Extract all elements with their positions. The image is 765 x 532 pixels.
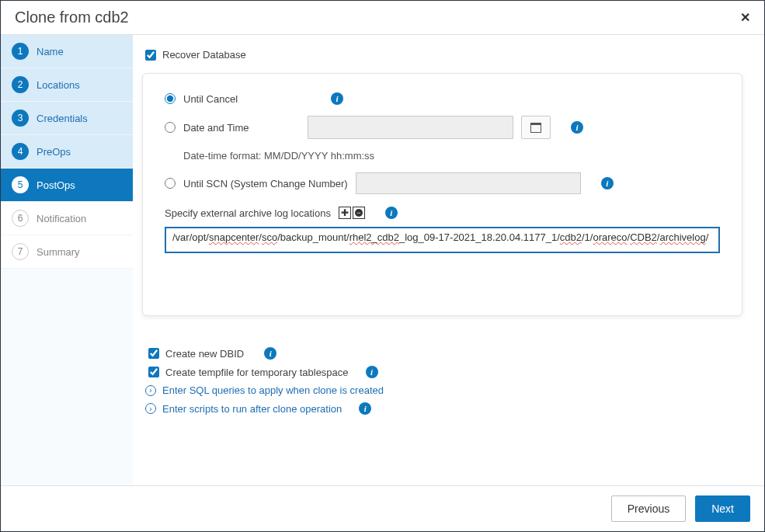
date-time-radio[interactable]: [165, 122, 176, 133]
date-time-row: Date and Time i: [165, 116, 720, 139]
until-cancel-label: Until Cancel: [183, 93, 300, 105]
scripts-link-label: Enter scripts to run after clone operati…: [162, 403, 342, 415]
info-icon[interactable]: i: [571, 121, 583, 134]
step-number: 7: [12, 243, 29, 260]
sidebar-step-notification[interactable]: 6 Notification: [1, 202, 133, 235]
info-icon[interactable]: i: [359, 402, 371, 415]
sql-queries-link-label: Enter SQL queries to apply when clone is…: [162, 384, 384, 396]
scn-input: [356, 172, 581, 194]
until-scn-row: Until SCN (System Change Number) i: [165, 172, 720, 194]
date-time-input: [308, 116, 513, 139]
step-label: Locations: [37, 79, 80, 91]
close-icon[interactable]: ✕: [740, 10, 750, 25]
calendar-button[interactable]: [521, 116, 551, 139]
remove-location-button[interactable]: −: [353, 207, 365, 219]
info-icon[interactable]: i: [601, 177, 614, 190]
step-label: Summary: [37, 246, 80, 258]
step-number: 4: [12, 143, 29, 160]
next-button[interactable]: Next: [695, 495, 750, 522]
scripts-expander[interactable]: › Enter scripts to run after clone opera…: [145, 402, 742, 415]
recover-database-label: Recover Database: [162, 49, 246, 61]
step-label: Notification: [37, 213, 86, 224]
step-number: 3: [12, 110, 29, 127]
dialog-footer: Previous Next: [1, 485, 764, 531]
dialog-body: 1 Name 2 Locations 3 Credentials 4 PreOp…: [1, 35, 764, 485]
step-number: 6: [12, 210, 29, 227]
sidebar-step-credentials[interactable]: 3 Credentials: [1, 102, 133, 135]
archive-path-input[interactable]: /var/opt/snapcenter/sco/backup_mount/rhe…: [165, 227, 720, 253]
recover-database-checkbox[interactable]: [145, 50, 156, 61]
dialog-header: Clone from cdb2 ✕: [1, 1, 764, 35]
create-dbid-checkbox[interactable]: [148, 348, 159, 359]
chevron-right-icon: ›: [145, 385, 156, 396]
chevron-right-icon: ›: [145, 403, 156, 414]
previous-button[interactable]: Previous: [611, 495, 686, 522]
recover-options-card: Until Cancel i Date and Time i Date-time…: [142, 73, 742, 316]
additional-options: Create new DBID i Create tempfile for te…: [145, 347, 742, 415]
until-cancel-row: Until Cancel i: [165, 92, 720, 105]
info-icon[interactable]: i: [264, 347, 276, 360]
info-icon[interactable]: i: [385, 207, 398, 219]
main-panel: Recover Database Until Cancel i Date and…: [133, 35, 764, 485]
info-icon[interactable]: i: [331, 92, 343, 105]
until-scn-radio[interactable]: [165, 178, 176, 189]
wizard-sidebar: 1 Name 2 Locations 3 Credentials 4 PreOp…: [1, 35, 133, 485]
sidebar-step-name[interactable]: 1 Name: [1, 35, 133, 68]
sidebar-step-locations[interactable]: 2 Locations: [1, 68, 133, 102]
create-tempfile-row[interactable]: Create tempfile for temporary tablespace…: [148, 366, 742, 378]
sql-queries-expander[interactable]: › Enter SQL queries to apply when clone …: [145, 384, 742, 396]
create-tempfile-label: Create tempfile for temporary tablespace: [165, 367, 349, 378]
create-dbid-row[interactable]: Create new DBID i: [148, 347, 742, 360]
until-cancel-radio[interactable]: [165, 93, 176, 104]
specify-archive-label: Specify external archive log locations: [165, 207, 331, 219]
step-label: PostOps: [37, 179, 75, 191]
sidebar-step-postops[interactable]: 5 PostOps: [1, 169, 133, 202]
step-label: Credentials: [37, 113, 88, 124]
add-remove-controls: ✚ −: [339, 207, 365, 219]
step-label: Name: [37, 46, 64, 57]
add-location-button[interactable]: ✚: [339, 207, 351, 219]
step-number: 2: [12, 76, 29, 93]
sidebar-step-preops[interactable]: 4 PreOps: [1, 135, 133, 169]
create-tempfile-checkbox[interactable]: [148, 367, 159, 377]
until-scn-label: Until SCN (System Change Number): [183, 178, 348, 190]
step-number: 5: [12, 176, 29, 193]
create-dbid-label: Create new DBID: [165, 348, 244, 360]
date-time-hint: Date-time format: MM/DD/YYYY hh:mm:ss: [183, 150, 720, 162]
clone-dialog: Clone from cdb2 ✕ 1 Name 2 Locations 3 C…: [1, 1, 764, 531]
step-number: 1: [12, 43, 29, 60]
archive-log-spec-row: Specify external archive log locations ✚…: [165, 207, 720, 219]
dialog-title: Clone from cdb2: [15, 9, 129, 26]
info-icon[interactable]: i: [366, 366, 378, 378]
archive-path-field-wrap: /var/opt/snapcenter/sco/backup_mount/rhe…: [165, 227, 720, 253]
sidebar-step-summary[interactable]: 7 Summary: [1, 235, 133, 269]
date-time-label: Date and Time: [183, 122, 300, 134]
step-label: PreOps: [37, 146, 71, 158]
calendar-icon: [530, 123, 541, 133]
recover-database-row[interactable]: Recover Database: [145, 49, 742, 61]
